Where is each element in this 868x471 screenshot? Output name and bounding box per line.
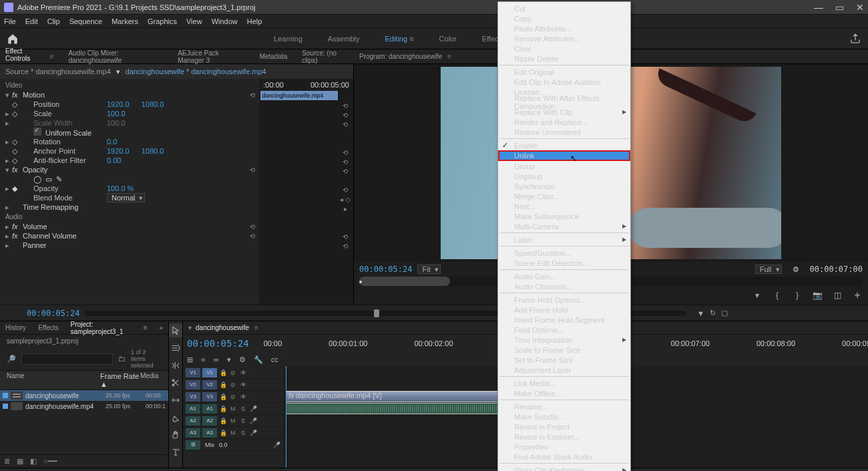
twirl-icon[interactable]: ▸ [5,203,12,212]
context-menu-item[interactable]: Make Subsequence [498,211,630,221]
context-menu-item[interactable]: Field Options... [498,325,630,335]
source-patch[interactable]: V3 [186,392,200,402]
sync-lock-icon[interactable]: ⊘ [229,394,237,400]
fx-badge-icon[interactable]: fx [12,222,20,230]
context-menu-item[interactable]: Reveal in Project [498,422,630,432]
context-menu-item[interactable]: Frame Hold Options... [498,295,630,305]
eye-icon[interactable]: 👁 [239,381,247,388]
lock-icon[interactable]: 🔒 [219,406,227,412]
panel-menu-icon[interactable]: ≡ [447,53,451,60]
panel-tab[interactable]: Metadata [260,53,288,60]
project-item-row[interactable]: dancinghousewife.mp425.00 fps00:00:1 [0,401,168,412]
effect-controls-timeline[interactable]: :00:00 00:00:05:00 dancinghousewife.mp4 … [259,79,353,305]
workspace-tab-color[interactable]: Color [439,35,457,43]
lock-icon[interactable]: 🔒 [219,430,227,436]
source-patch[interactable]: A2 [186,416,200,426]
home-icon[interactable] [7,33,19,45]
compare-icon[interactable]: ◫ [832,290,843,301]
reset-icon[interactable]: ⟲ [250,92,255,99]
program-tab[interactable]: Program: dancinghousewife [359,53,442,60]
menu-markers[interactable]: Markers [112,17,138,25]
menu-window[interactable]: Window [212,17,238,25]
mask-icon[interactable]: ▢ [721,309,728,317]
reset-icon[interactable]: ⟲ [250,232,255,240]
add-button-icon[interactable]: + [852,290,863,301]
settings-icon[interactable]: ⚙ [793,265,799,274]
context-menu-item[interactable]: Properties [498,442,630,452]
panel-tab[interactable]: Audio Clip Mixer: dancinghousewife [68,49,163,64]
keyframe-toggle-icon[interactable]: ◇ [12,100,20,109]
opacity-value[interactable]: 100.0 % [107,184,134,192]
chevron-icon[interactable]: ▾ [188,324,192,331]
position-x[interactable]: 1920.0 [107,100,130,108]
context-menu-item[interactable]: Scene Edit Detection... [498,258,630,268]
twirl-icon[interactable]: ▸ [5,241,12,250]
context-menu-item[interactable]: ✓Enable [498,140,630,150]
video-track-header[interactable]: V1V1🔒⊘👁 [183,367,283,379]
col-frame-rate[interactable]: Frame Rate ▲ [100,372,140,388]
track-select-tool[interactable] [169,341,182,355]
menu-graphics[interactable]: Graphics [148,17,177,25]
resolution-dropdown[interactable]: Full [755,265,782,274]
source-patch[interactable]: A3 [186,428,200,438]
project-search-input[interactable] [21,353,113,365]
bin-icon[interactable]: 🗀 [118,355,126,363]
context-menu-item[interactable]: Cut [498,3,630,13]
voiceover-icon[interactable]: 🎤 [249,430,257,436]
caption-icon[interactable]: cc [271,355,278,363]
context-menu-item[interactable]: Copy [498,13,630,23]
menu-help[interactable]: Help [247,17,262,25]
voiceover-icon[interactable]: 🎤 [272,442,280,448]
sync-lock-icon[interactable]: ⊘ [229,369,237,376]
export-icon[interactable] [849,33,861,45]
mask-rect-icon[interactable]: ▭ [45,175,52,183]
lock-icon[interactable]: 🔒 [219,369,227,376]
context-menu-item[interactable]: Group [498,161,630,171]
lock-icon[interactable]: 🔒 [219,394,227,400]
voiceover-icon[interactable]: 🎤 [249,406,257,412]
menu-clip[interactable]: Clip [47,17,60,25]
keyframe-toggle-icon[interactable]: ◇ [12,138,20,146]
source-patch[interactable]: V2 [186,380,200,389]
timeline-tab[interactable]: dancinghousewife [196,324,249,331]
context-menu-item[interactable]: Audio Channels... [498,281,630,291]
keyframe-toggle-icon[interactable]: ◇ [12,110,20,118]
slip-tool[interactable] [169,394,182,407]
keyframe-nav-icon[interactable]: ◂ ◇ ▸ [340,195,351,204]
eye-icon[interactable]: 👁 [239,369,247,376]
out-point-icon[interactable]: } [792,290,803,301]
keyframe-nav-icon[interactable]: ⟲ [340,232,351,242]
blend-mode-dropdown[interactable]: Normal [107,193,145,202]
mix-patch[interactable]: ⊞ [186,440,200,450]
close-button[interactable]: ✕ [856,2,864,13]
context-menu-item[interactable]: Speed/Duration... [498,248,630,258]
fx-badge-icon[interactable]: fx [12,232,20,240]
wrench-icon[interactable]: 🔧 [254,355,263,364]
anchor-y[interactable]: 1080.0 [142,147,164,155]
context-menu-item[interactable]: Remove Attributes... [498,33,630,43]
eye-icon[interactable]: 👁 [239,394,247,400]
linked-selection-icon[interactable]: ∞ [214,355,219,363]
snap-icon[interactable]: ⎆ [201,355,206,363]
channel-volume-label[interactable]: Channel Volume [20,232,120,240]
rotation-value[interactable]: 0.0 [107,138,117,146]
keyframe-nav-icon[interactable]: ⟲ [340,167,351,176]
freeform-view-icon[interactable]: ◧ [30,457,37,466]
track-target[interactable]: V3 [202,392,217,402]
mask-ellipse-icon[interactable]: ◯ [33,175,41,183]
loop-icon[interactable]: ↻ [710,309,716,317]
zoom-fit-dropdown[interactable]: Fit [417,265,440,274]
panner-label[interactable]: Panner [20,241,120,249]
col-name[interactable]: Name [7,372,100,388]
playhead[interactable] [286,367,286,468]
context-menu-item[interactable]: Insert Frame Hold Segment [498,315,630,325]
twirl-icon[interactable]: ▾ [5,166,12,174]
overflow-icon[interactable]: » [159,324,163,331]
video-track-header[interactable]: V3V3🔒⊘👁 [183,391,283,403]
context-menu-item[interactable]: Scale to Frame Size [498,345,630,355]
context-menu-item[interactable]: Add Frame Hold [498,305,630,315]
track-target[interactable]: A2 [202,416,217,426]
audio-track-header[interactable]: A2A2🔒MS🎤 [183,415,283,427]
volume-effect-label[interactable]: Volume [20,222,120,230]
lock-icon[interactable]: 🔒 [219,381,227,388]
